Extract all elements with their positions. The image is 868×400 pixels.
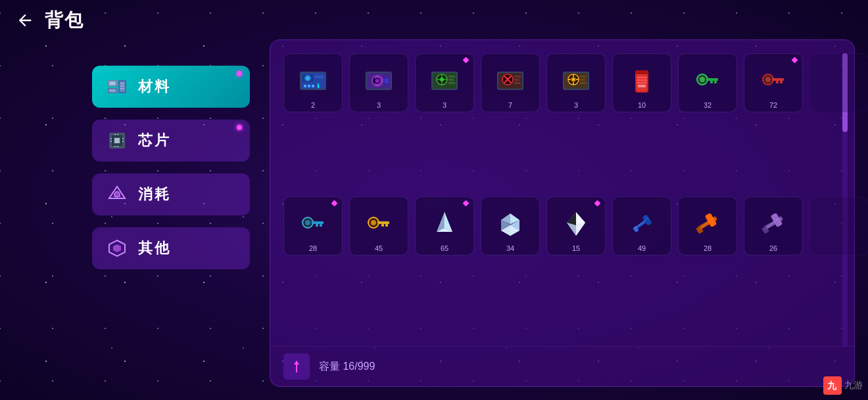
- item-2[interactable]: 3: [349, 53, 408, 112]
- svg-rect-21: [117, 146, 118, 147]
- item-7-qty: 32: [679, 101, 736, 109]
- item-9[interactable]: 28: [283, 196, 343, 256]
- item-7[interactable]: 32: [678, 53, 737, 112]
- item-6-icon: [626, 65, 658, 97]
- item-9-qty: 28: [284, 244, 342, 252]
- item-empty-2: [809, 196, 868, 256]
- svg-rect-34: [304, 85, 306, 87]
- item-5[interactable]: 3: [546, 53, 606, 112]
- item-14-icon: [626, 208, 658, 240]
- svg-point-31: [306, 76, 310, 80]
- item-6[interactable]: 10: [612, 53, 671, 112]
- svg-rect-78: [637, 79, 647, 81]
- svg-rect-14: [110, 138, 112, 139]
- item-16[interactable]: 26: [744, 196, 803, 256]
- item-6-qty: 10: [613, 101, 671, 109]
- item-10-qty: 45: [350, 244, 408, 252]
- svg-rect-98: [377, 221, 389, 224]
- svg-rect-36: [312, 85, 314, 87]
- item-7-icon: [692, 65, 723, 97]
- svg-rect-71: [580, 76, 587, 78]
- sidebar-item-others[interactable]: 其他: [92, 227, 250, 269]
- inventory-panel: 2 3: [270, 39, 855, 387]
- consumables-icon: [105, 183, 129, 206]
- back-button[interactable]: [13, 9, 37, 32]
- item-3[interactable]: 3: [415, 53, 474, 112]
- sidebar-item-materials[interactable]: 材料: [92, 66, 250, 108]
- notification-dot-chips: [237, 125, 242, 130]
- svg-rect-72: [580, 79, 585, 81]
- sort-button[interactable]: [283, 353, 310, 380]
- item-2-icon: [363, 65, 395, 97]
- svg-rect-73: [580, 82, 587, 84]
- svg-marker-129: [294, 361, 299, 365]
- item-4-icon: [494, 65, 526, 97]
- svg-rect-44: [385, 78, 389, 83]
- materials-label: 材料: [138, 77, 171, 97]
- item-11[interactable]: 65: [415, 196, 474, 256]
- svg-point-97: [371, 220, 376, 225]
- item-9-icon: [297, 208, 329, 240]
- svg-rect-99: [385, 224, 388, 227]
- svg-rect-7: [120, 83, 124, 84]
- item-11-dot: [463, 200, 470, 207]
- svg-rect-70: [576, 79, 579, 80]
- item-3-icon: [429, 65, 460, 97]
- svg-marker-26: [113, 244, 121, 252]
- item-8-dot: [792, 57, 798, 64]
- notification-dot: [237, 71, 242, 76]
- item-12[interactable]: 34: [481, 196, 540, 256]
- svg-rect-94: [320, 224, 322, 227]
- svg-rect-8: [120, 85, 124, 87]
- svg-rect-69: [568, 79, 571, 80]
- item-8-icon: [758, 65, 789, 97]
- item-3-dot: [463, 57, 470, 64]
- item-3-qty: 3: [416, 101, 473, 109]
- item-16-icon: [758, 208, 789, 240]
- item-10[interactable]: 45: [349, 196, 408, 256]
- item-9-dot: [331, 200, 338, 207]
- svg-rect-4: [109, 89, 116, 92]
- item-4[interactable]: 7: [481, 53, 540, 112]
- svg-rect-76: [635, 70, 648, 74]
- svg-rect-88: [772, 78, 784, 81]
- svg-rect-51: [448, 76, 455, 78]
- chips-icon: [105, 129, 129, 152]
- item-12-icon: [494, 208, 526, 240]
- svg-rect-89: [780, 81, 783, 83]
- item-13-icon: [560, 208, 592, 240]
- item-5-icon: [560, 65, 592, 97]
- svg-rect-38: [318, 83, 319, 86]
- item-11-icon: [429, 208, 460, 240]
- materials-icon: [105, 75, 129, 99]
- items-grid: 2 3: [270, 40, 854, 346]
- item-5-qty: 3: [547, 101, 605, 109]
- item-13[interactable]: 15: [546, 196, 606, 256]
- svg-rect-84: [714, 81, 717, 83]
- svg-rect-17: [122, 141, 124, 142]
- svg-rect-2: [110, 83, 114, 84]
- svg-rect-67: [573, 74, 574, 77]
- sidebar-item-chips[interactable]: 芯片: [92, 120, 250, 162]
- item-13-qty: 15: [547, 244, 605, 252]
- item-1[interactable]: 2: [283, 53, 343, 112]
- svg-rect-77: [637, 77, 647, 78]
- svg-rect-52: [448, 79, 454, 81]
- item-14-qty: 49: [613, 244, 671, 252]
- svg-rect-130: [296, 365, 297, 372]
- svg-rect-60: [514, 79, 519, 81]
- item-8[interactable]: 72: [744, 53, 803, 112]
- svg-rect-18: [114, 134, 116, 135]
- item-15[interactable]: 28: [678, 196, 737, 256]
- svg-rect-90: [776, 81, 779, 83]
- svg-point-42: [375, 79, 379, 83]
- others-label: 其他: [138, 238, 171, 258]
- sidebar: 材料 芯片: [92, 66, 250, 269]
- svg-rect-15: [110, 141, 112, 142]
- jiuyou-icon: 九: [825, 378, 840, 393]
- svg-rect-95: [316, 224, 318, 227]
- sidebar-item-consumables[interactable]: 消耗: [92, 173, 250, 215]
- item-14[interactable]: 49: [612, 196, 671, 256]
- svg-point-66: [572, 78, 575, 81]
- item-1-icon: [297, 65, 329, 97]
